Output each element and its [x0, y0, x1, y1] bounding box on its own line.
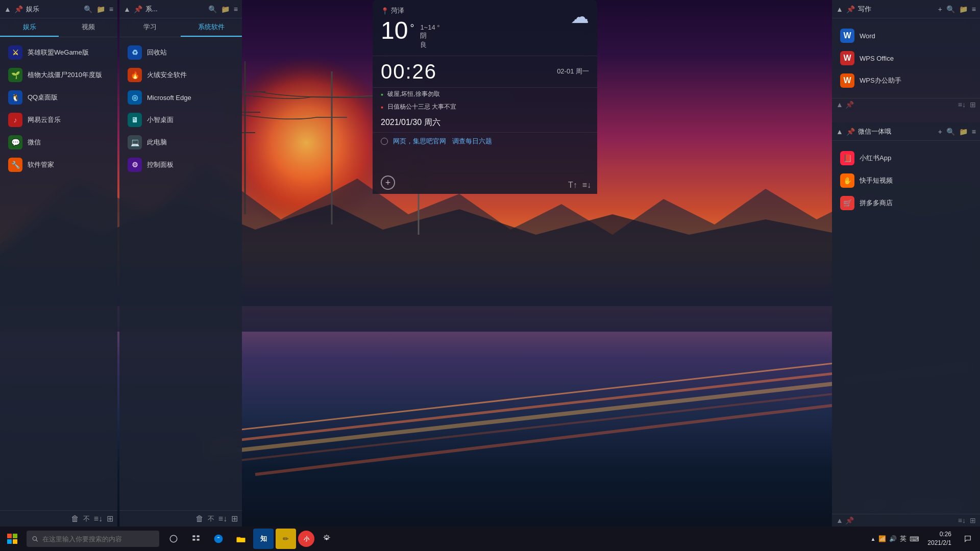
xiezuo-inner-collapse[interactable]: ▲: [836, 101, 843, 109]
item-controlpanel-label: 控制面板: [147, 160, 174, 169]
list-item[interactable]: 🌱 植物大战僵尸2010年度版: [2, 64, 115, 86]
taskbar-taskview-icon[interactable]: [186, 529, 206, 549]
panel-xi-search-icon[interactable]: 🔍: [208, 5, 217, 13]
footer-grid-icon[interactable]: ⊞: [107, 514, 113, 523]
panel-xi-collapse-icon[interactable]: ▲: [124, 5, 131, 13]
tab-yule[interactable]: 娱乐: [0, 18, 59, 37]
list-item[interactable]: 🐧 QQ桌面版: [2, 86, 115, 109]
weixin-inner-collapse[interactable]: ▲: [836, 516, 843, 524]
panel-yule-menu-icon[interactable]: ≡: [109, 5, 113, 13]
todo-link-2[interactable]: 调查每日六题: [452, 137, 492, 146]
list-item[interactable]: 🔧 软件管家: [2, 154, 115, 176]
list-item[interactable]: 🛒 拼多多商店: [834, 192, 978, 214]
news-item-2: ▪ 日值杨公十三忌 大事不宜: [373, 101, 597, 113]
panel-xiezuo-pin-icon[interactable]: 📌: [846, 5, 855, 13]
panel-weixin-folder-icon[interactable]: 📁: [959, 128, 968, 136]
taskbar-search-input[interactable]: [42, 535, 154, 543]
footer-xi-grid-icon[interactable]: ⊞: [231, 514, 238, 523]
panel-xiezuo-add-icon[interactable]: +: [938, 5, 942, 13]
weixin-list-view[interactable]: ≡↓: [958, 516, 966, 524]
panel-xi-menu-icon[interactable]: ≡: [234, 5, 238, 13]
todo-link-1[interactable]: 网页，集思吧官网: [393, 137, 446, 146]
taskbar-system-tray: ▲ 📶 🔊 英 ⌨: [870, 534, 919, 543]
taskbar-cortana-icon[interactable]: [163, 529, 184, 549]
list-item[interactable]: ✋ 快手短视频: [834, 169, 978, 192]
news-text-2: 日值杨公十三忌 大事不宜: [387, 103, 456, 111]
list-item[interactable]: 💻 此电脑: [121, 131, 240, 154]
list-item[interactable]: ♻ 回收站: [121, 41, 240, 64]
panel-weixin-search-icon[interactable]: 🔍: [946, 128, 955, 136]
tray-input-icon[interactable]: ⌨: [910, 535, 919, 543]
panel-yule-folder-icon[interactable]: 📁: [96, 5, 105, 13]
xiezuo-grid-view[interactable]: ⊞: [970, 101, 976, 109]
weather-widget: 📍 菏泽 10 ° 1~14 ° 阴 良 ☁: [373, 0, 597, 56]
list-item[interactable]: ⚔ 英雄联盟WeGame版: [2, 41, 115, 64]
taskbar-zhihu-icon[interactable]: 知: [253, 529, 274, 549]
windows-logo-icon: [7, 534, 17, 544]
panel-xi-pin-icon[interactable]: 📌: [134, 5, 142, 13]
taskbar-red-app-icon[interactable]: 小: [298, 531, 314, 547]
svg-point-22: [33, 537, 36, 540]
footer-xi-delete-icon[interactable]: 🗑: [195, 514, 204, 523]
calendar-date-row: 2021/01/30 周六: [373, 113, 597, 133]
tray-lang-label[interactable]: 英: [900, 534, 906, 543]
tab-syssoftware[interactable]: 系统软件: [181, 18, 242, 37]
weather-add-button[interactable]: +: [381, 176, 395, 190]
list-item[interactable]: W Word: [834, 24, 978, 47]
list-item[interactable]: 🔥 火绒安全软件: [121, 64, 240, 86]
item-netease-label: 网易云音乐: [28, 115, 61, 124]
footer-xi-unpin-label[interactable]: 不: [208, 514, 214, 523]
panel-xiezuo-collapse-icon[interactable]: ▲: [836, 5, 843, 13]
panel-xiezuo-folder-icon[interactable]: 📁: [959, 5, 968, 13]
taskbar-settings-icon[interactable]: [316, 529, 337, 549]
taskbar-notification-icon[interactable]: [960, 531, 976, 547]
list-item[interactable]: W WPS Office: [834, 47, 978, 69]
panel-weixin-pin-icon[interactable]: 📌: [846, 128, 855, 136]
taskbar-explorer-icon[interactable]: [231, 529, 251, 549]
taskbar-clock-date: 2021/2/1: [927, 539, 951, 547]
font-size-icon[interactable]: T↑: [568, 181, 577, 190]
footer-xi-list-icon[interactable]: ≡↓: [218, 514, 227, 523]
list-item[interactable]: ♪ 网易云音乐: [2, 109, 115, 131]
panel-weixin-menu-icon[interactable]: ≡: [972, 128, 976, 136]
taskbar-clock[interactable]: 0:26 2021/2/1: [923, 530, 955, 547]
panel-yule-pin-icon[interactable]: 📌: [14, 5, 23, 13]
panel-yule-search-icon[interactable]: 🔍: [84, 5, 92, 13]
tray-network-icon[interactable]: 📶: [878, 535, 886, 542]
panel-weixin-add-icon[interactable]: +: [938, 128, 942, 136]
tab-video[interactable]: 视频: [59, 18, 117, 37]
footer-delete-icon[interactable]: 🗑: [71, 514, 79, 523]
tray-volume-icon[interactable]: 🔊: [889, 535, 897, 542]
weixin-inner-pin[interactable]: 📌: [845, 516, 854, 524]
taskbar-search-box[interactable]: [27, 531, 159, 547]
item-edge-label: Microsoft Edge: [147, 94, 191, 102]
panel-xiezuo-search-icon[interactable]: 🔍: [946, 5, 955, 13]
filter-icon[interactable]: ≡↓: [582, 181, 591, 190]
list-item[interactable]: W WPS办公助手: [834, 69, 978, 92]
plants-icon: 🌱: [8, 68, 22, 82]
tab-study[interactable]: 学习: [119, 18, 181, 37]
tray-up-arrow[interactable]: ▲: [870, 536, 875, 542]
svg-rect-28: [197, 539, 200, 541]
weather-degree-icon: °: [410, 22, 414, 34]
panel-xiezuo-menu-icon[interactable]: ≡: [972, 5, 976, 13]
list-item[interactable]: 📕 小红书App: [834, 147, 978, 169]
footer-list-icon[interactable]: ≡↓: [94, 514, 103, 523]
weixin-grid-view[interactable]: ⊞: [970, 516, 976, 524]
list-item[interactable]: 🖥 小智桌面: [121, 109, 240, 131]
news-red-icon: ▪: [381, 103, 383, 111]
start-button[interactable]: [0, 527, 24, 551]
panel-yule-collapse-icon[interactable]: ▲: [4, 5, 11, 13]
panel-xi-folder-icon[interactable]: 📁: [221, 5, 230, 13]
list-item[interactable]: ◎ Microsoft Edge: [121, 86, 240, 109]
panel-weixin-collapse-icon[interactable]: ▲: [836, 128, 843, 136]
xiezuo-list-view[interactable]: ≡↓: [958, 101, 966, 109]
todo-checkbox[interactable]: [381, 138, 388, 145]
taskbar-edge-icon[interactable]: [208, 529, 229, 549]
list-item[interactable]: 💬 微信: [2, 131, 115, 154]
footer-unpin-label[interactable]: 不: [83, 514, 90, 523]
list-item[interactable]: ⚙ 控制面板: [121, 154, 240, 176]
xiezuo-inner-pin[interactable]: 📌: [845, 101, 854, 109]
taskbar-notes-icon[interactable]: ✏: [276, 529, 296, 549]
panel-weixin-list: 📕 小红书App ✋ 快手短视频 🛒 拼多多商店: [832, 143, 980, 218]
